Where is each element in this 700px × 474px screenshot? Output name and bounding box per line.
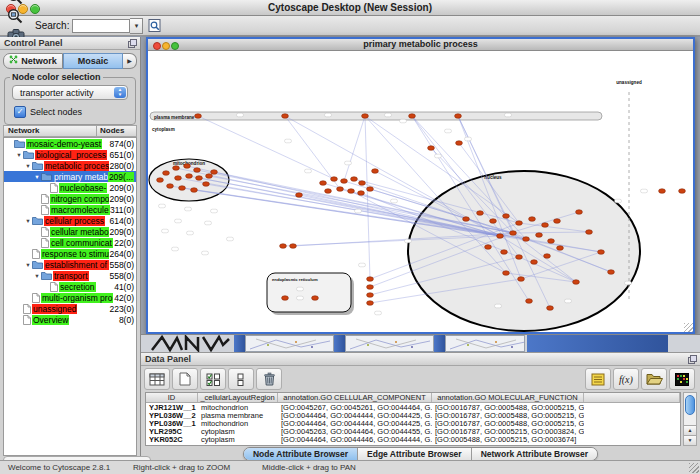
network-node[interactable] xyxy=(542,223,549,228)
network-node[interactable] xyxy=(456,141,463,146)
network-canvas-svg[interactable]: plasma membranecytoplasmmitochondrionnuc… xyxy=(148,51,693,332)
network-node[interactable] xyxy=(485,245,492,250)
import-attributes-icon[interactable] xyxy=(641,368,667,390)
disclosure-triangle-icon[interactable]: ▼ xyxy=(24,218,32,224)
network-node[interactable] xyxy=(280,244,287,249)
network-node[interactable] xyxy=(351,177,358,182)
background-window-edge[interactable] xyxy=(234,335,245,352)
network-node[interactable] xyxy=(557,246,564,251)
window-resize-grip[interactable] xyxy=(684,323,693,332)
network-node[interactable] xyxy=(348,189,355,194)
network-node[interactable] xyxy=(341,179,348,184)
background-window-edge[interactable] xyxy=(434,335,445,352)
zoom-selected-icon[interactable] xyxy=(4,7,27,26)
scroll-down-arrow-icon[interactable]: ▼ xyxy=(684,435,696,445)
network-node[interactable] xyxy=(367,277,374,282)
background-window[interactable] xyxy=(245,335,334,352)
network-node[interactable] xyxy=(659,189,666,194)
tree-row[interactable]: ▼transport558(0) xyxy=(4,270,136,281)
network-node[interactable] xyxy=(282,114,289,119)
network-node[interactable] xyxy=(510,231,517,236)
network-node[interactable] xyxy=(196,176,203,181)
network-node[interactable] xyxy=(516,255,523,260)
network-node[interactable] xyxy=(312,296,319,301)
network-node[interactable] xyxy=(679,189,686,194)
network-node[interactable] xyxy=(523,237,530,242)
network-node[interactable] xyxy=(359,181,366,186)
network-node[interactable] xyxy=(544,254,551,259)
tab-overflow-arrow-icon[interactable]: ▶ xyxy=(123,53,137,69)
network-node[interactable] xyxy=(455,114,462,119)
column-header[interactable]: ID xyxy=(146,393,198,402)
network-node[interactable] xyxy=(367,187,374,192)
float-panel-icon[interactable] xyxy=(688,355,697,368)
background-window-edge[interactable] xyxy=(334,335,345,352)
network-view-window[interactable]: primary metabolic process plasma membran… xyxy=(146,37,695,334)
network-node[interactable] xyxy=(179,186,186,191)
network-node[interactable] xyxy=(206,174,213,179)
tree-row[interactable]: ▼establishment of lo558(0) xyxy=(4,259,136,270)
select-nodes-checkbox[interactable]: ✓ xyxy=(14,106,26,118)
tree-row[interactable]: ▼biological_process651(0) xyxy=(4,149,136,160)
network-node[interactable] xyxy=(372,169,379,174)
tree-row[interactable]: ▼metabolic process280(0) xyxy=(4,160,136,171)
scrollbar-thumb[interactable] xyxy=(685,395,695,415)
network-node[interactable] xyxy=(503,214,510,219)
new-attribute-icon[interactable] xyxy=(172,368,198,390)
network-node[interactable] xyxy=(536,233,543,238)
search-dropdown-arrow-icon[interactable]: ▾ xyxy=(130,18,143,34)
tab-node-attribute-browser[interactable]: Node Attribute Browser xyxy=(244,448,357,460)
network-node[interactable] xyxy=(586,230,593,235)
column-header-nodes[interactable]: Nodes xyxy=(96,126,136,136)
tree-row[interactable]: Overview8(0) xyxy=(4,314,136,325)
network-node[interactable] xyxy=(337,187,344,192)
attribute-table-icon[interactable] xyxy=(144,368,170,390)
table-scrollbar[interactable]: ▲ ▼ xyxy=(683,392,697,446)
network-node[interactable] xyxy=(573,280,580,285)
network-node[interactable] xyxy=(516,221,523,226)
tree-row[interactable]: unassigned223(0) xyxy=(4,303,136,314)
network-node[interactable] xyxy=(409,114,416,119)
disclosure-triangle-icon[interactable]: ▼ xyxy=(24,163,32,169)
network-node[interactable] xyxy=(608,270,615,275)
network-node[interactable] xyxy=(325,189,332,194)
tree-row[interactable]: macromolecule311(0) xyxy=(4,204,136,215)
network-node[interactable] xyxy=(497,234,504,239)
float-panel-icon[interactable] xyxy=(128,39,137,52)
minimize-button[interactable] xyxy=(162,42,170,50)
network-node[interactable] xyxy=(547,306,554,311)
network-node[interactable] xyxy=(282,296,289,301)
tab-network[interactable]: Network xyxy=(3,53,63,69)
delete-attribute-icon[interactable] xyxy=(256,368,282,390)
network-node[interactable] xyxy=(463,217,470,222)
background-window[interactable] xyxy=(445,335,525,352)
tree-row[interactable]: ▼cellular process614(0) xyxy=(4,215,136,226)
tab-mosaic[interactable]: Mosaic xyxy=(63,53,123,69)
network-node[interactable] xyxy=(194,168,201,173)
network-node[interactable] xyxy=(203,182,210,187)
network-node[interactable] xyxy=(503,271,510,276)
network-node[interactable] xyxy=(163,171,170,176)
network-node[interactable] xyxy=(331,177,338,182)
network-node[interactable] xyxy=(191,188,198,193)
disclosure-triangle-icon[interactable]: ▼ xyxy=(15,152,23,158)
network-node[interactable] xyxy=(367,285,374,290)
network-node[interactable] xyxy=(548,239,555,244)
column-header-network[interactable]: Network xyxy=(4,126,96,136)
attribute-list-icon[interactable] xyxy=(585,368,611,390)
search-input[interactable] xyxy=(72,19,130,33)
unselect-attributes-icon[interactable] xyxy=(228,368,254,390)
network-node[interactable] xyxy=(529,217,536,222)
tree-row[interactable]: secretion41(0) xyxy=(4,281,136,292)
zoom-window-button[interactable] xyxy=(30,4,40,14)
network-node[interactable] xyxy=(157,178,164,183)
tab-edge-attribute-browser[interactable]: Edge Attribute Browser xyxy=(357,448,471,460)
tree-row[interactable]: mosaic-demo-yeast874(0) xyxy=(4,138,136,149)
tree-row[interactable]: nitrogen compo209(0) xyxy=(4,193,136,204)
column-header[interactable]: annotation.GO MOLECULAR_FUNCTION xyxy=(432,393,584,402)
tree-row[interactable]: response to stimulu264(0) xyxy=(4,248,136,259)
tree-row[interactable]: nucleobase-209(0) xyxy=(4,182,136,193)
tree-row[interactable]: cell communicat22(0) xyxy=(4,237,136,248)
close-button[interactable] xyxy=(153,42,161,50)
network-node[interactable] xyxy=(358,191,365,196)
